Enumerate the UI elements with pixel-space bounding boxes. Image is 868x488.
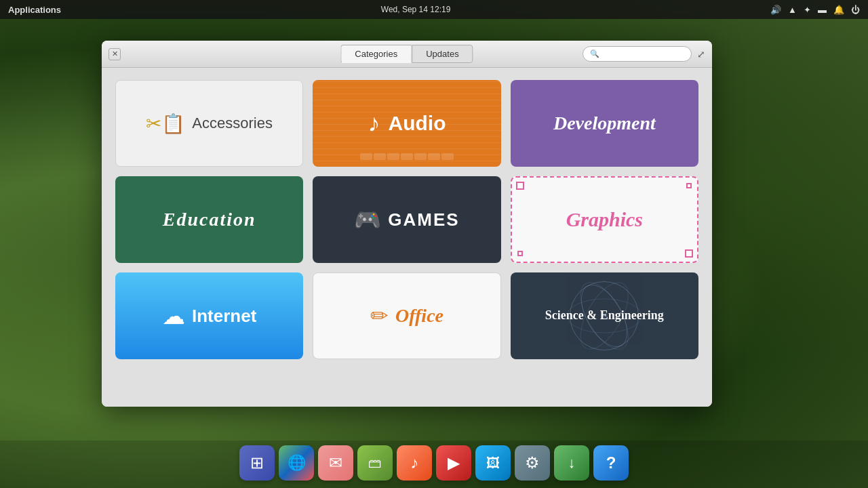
tile-internet[interactable]: ☁ Internet bbox=[115, 272, 303, 359]
office-icon: ✏ bbox=[370, 303, 389, 329]
wifi-icon[interactable]: ▲ bbox=[788, 5, 797, 15]
search-input[interactable] bbox=[603, 49, 684, 59]
tile-games[interactable]: 🎮 GAMES bbox=[313, 176, 500, 263]
tile-audio[interactable]: ♪ Audio bbox=[313, 80, 500, 167]
handle-bl bbox=[517, 251, 523, 256]
dock-item-photos[interactable]: 🖼 bbox=[475, 445, 511, 481]
datetime-display: Wed, Sep 14 12:19 bbox=[381, 5, 451, 14]
topbar: Applications Wed, Sep 14 12:19 🔊 ▲ ✦ ▬ 🔔… bbox=[0, 0, 868, 19]
dock-item-music[interactable]: ♪ bbox=[397, 445, 432, 481]
tab-categories[interactable]: Categories bbox=[340, 45, 412, 63]
audio-icon: ♪ bbox=[368, 109, 380, 138]
education-label: Education bbox=[163, 209, 256, 230]
science-label: Science & Engineering bbox=[545, 308, 664, 323]
photos-icon: 🖼 bbox=[486, 455, 500, 471]
apps-menu[interactable]: Applications bbox=[8, 5, 61, 15]
accessories-icon: ✂📋 bbox=[146, 113, 185, 135]
dock-item-installer[interactable]: ↓ bbox=[554, 445, 589, 481]
accessories-label: Accessories bbox=[192, 115, 273, 132]
system-tray: 🔊 ▲ ✦ ▬ 🔔 ⏻ bbox=[770, 5, 860, 15]
bluetooth-icon[interactable]: ✦ bbox=[804, 5, 811, 15]
expand-button[interactable]: ⤢ bbox=[697, 49, 705, 60]
tab-updates[interactable]: Updates bbox=[412, 45, 473, 63]
battery-icon[interactable]: ▬ bbox=[818, 5, 827, 15]
dock-item-settings[interactable]: ⚙ bbox=[515, 445, 550, 481]
tile-education[interactable]: Education bbox=[115, 176, 303, 263]
browser-icon: 🌐 bbox=[288, 454, 306, 472]
search-box[interactable]: 🔍 bbox=[583, 46, 692, 62]
audio-label: Audio bbox=[389, 112, 446, 135]
installer-icon: ↓ bbox=[568, 454, 576, 472]
games-icon: 🎮 bbox=[354, 207, 381, 232]
settings-icon: ⚙ bbox=[525, 453, 540, 472]
tile-accessories[interactable]: ✂📋 Accessories bbox=[115, 80, 303, 167]
dock: ⊞ 🌐 ✉ 🗃 ♪ ▶ 🖼 ⚙ ↓ ? bbox=[0, 441, 868, 488]
search-icon: 🔍 bbox=[590, 49, 599, 58]
office-label: Office bbox=[395, 305, 443, 327]
categories-grid: ✂📋 Accessories ♪ Audio bbox=[115, 80, 698, 359]
notification-icon[interactable]: 🔔 bbox=[833, 5, 844, 15]
dock-item-browser[interactable]: 🌐 bbox=[279, 445, 314, 481]
power-icon[interactable]: ⏻ bbox=[851, 5, 860, 15]
dock-item-help[interactable]: ? bbox=[593, 445, 629, 481]
music-icon: ♪ bbox=[410, 453, 418, 472]
internet-icon: ☁ bbox=[162, 302, 185, 329]
dock-item-calc[interactable]: 🗃 bbox=[357, 445, 393, 481]
window-content: ✂📋 Accessories ♪ Audio bbox=[102, 68, 712, 407]
handle-tr bbox=[686, 183, 692, 188]
games-label: GAMES bbox=[388, 209, 459, 230]
calc-icon: 🗃 bbox=[368, 455, 382, 471]
help-icon: ? bbox=[606, 453, 616, 472]
internet-label: Internet bbox=[192, 306, 256, 327]
window-titlebar: ✕ Categories Updates 🔍 ⤢ bbox=[102, 41, 712, 68]
tile-office[interactable]: ✏ Office bbox=[313, 272, 500, 359]
files-icon: ⊞ bbox=[250, 453, 264, 472]
video-icon: ▶ bbox=[448, 453, 460, 472]
dock-item-files[interactable]: ⊞ bbox=[239, 445, 275, 481]
close-button[interactable]: ✕ bbox=[108, 48, 121, 60]
tile-development[interactable]: Development bbox=[511, 80, 698, 167]
app-window: ✕ Categories Updates 🔍 ⤢ ✂📋 Accessories … bbox=[102, 41, 712, 407]
dock-item-mail[interactable]: ✉ bbox=[318, 445, 353, 481]
tile-graphics[interactable]: Graphics bbox=[511, 176, 698, 263]
mail-icon: ✉ bbox=[329, 453, 342, 472]
window-tabs: Categories Updates bbox=[340, 45, 473, 63]
volume-icon[interactable]: 🔊 bbox=[770, 5, 781, 15]
tile-science[interactable]: Science & Engineering bbox=[511, 272, 698, 359]
dock-item-video[interactable]: ▶ bbox=[436, 445, 471, 481]
development-label: Development bbox=[553, 113, 656, 134]
graphics-label: Graphics bbox=[566, 208, 643, 231]
